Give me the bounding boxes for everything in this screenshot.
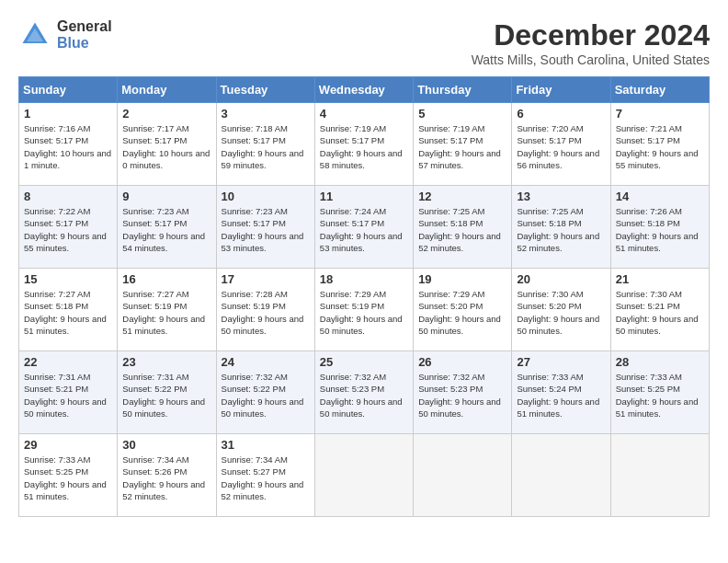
day-cell-10: 10Sunrise: 7:23 AMSunset: 5:17 PMDayligh… bbox=[216, 186, 314, 269]
day-cell-13: 13Sunrise: 7:25 AMSunset: 5:18 PMDayligh… bbox=[512, 186, 610, 269]
day-cell-4: 4Sunrise: 7:19 AMSunset: 5:17 PMDaylight… bbox=[314, 103, 413, 186]
page-header: General Blue December 2024 Watts Mills, … bbox=[18, 18, 710, 67]
day-cell-15: 15Sunrise: 7:27 AMSunset: 5:18 PMDayligh… bbox=[19, 269, 118, 351]
week-row-4: 22Sunrise: 7:31 AMSunset: 5:21 PMDayligh… bbox=[19, 351, 710, 434]
day-cell-28: 28Sunrise: 7:33 AMSunset: 5:25 PMDayligh… bbox=[610, 351, 709, 434]
header-wednesday: Wednesday bbox=[314, 77, 413, 103]
day-cell-30: 30Sunrise: 7:34 AMSunset: 5:26 PMDayligh… bbox=[118, 434, 216, 517]
day-cell-9: 9Sunrise: 7:23 AMSunset: 5:17 PMDaylight… bbox=[118, 186, 216, 269]
day-cell-22: 22Sunrise: 7:31 AMSunset: 5:21 PMDayligh… bbox=[19, 351, 118, 434]
day-cell-24: 24Sunrise: 7:32 AMSunset: 5:22 PMDayligh… bbox=[216, 351, 314, 434]
week-row-2: 8Sunrise: 7:22 AMSunset: 5:17 PMDaylight… bbox=[19, 186, 710, 269]
day-cell-2: 2Sunrise: 7:17 AMSunset: 5:17 PMDaylight… bbox=[118, 103, 216, 186]
calendar-table: SundayMondayTuesdayWednesdayThursdayFrid… bbox=[18, 76, 710, 517]
week-row-1: 1Sunrise: 7:16 AMSunset: 5:17 PMDaylight… bbox=[19, 103, 710, 186]
day-cell-31: 31Sunrise: 7:34 AMSunset: 5:27 PMDayligh… bbox=[216, 434, 314, 517]
day-cell-1: 1Sunrise: 7:16 AMSunset: 5:17 PMDaylight… bbox=[19, 103, 118, 186]
day-cell-6: 6Sunrise: 7:20 AMSunset: 5:17 PMDaylight… bbox=[512, 103, 610, 186]
logo-icon bbox=[18, 18, 51, 52]
day-cell-11: 11Sunrise: 7:24 AMSunset: 5:17 PMDayligh… bbox=[314, 186, 413, 269]
header-saturday: Saturday bbox=[610, 77, 709, 103]
day-cell-29: 29Sunrise: 7:33 AMSunset: 5:25 PMDayligh… bbox=[19, 434, 118, 517]
day-cell-8: 8Sunrise: 7:22 AMSunset: 5:17 PMDaylight… bbox=[19, 186, 118, 269]
logo: General Blue bbox=[18, 18, 112, 52]
calendar-header-row: SundayMondayTuesdayWednesdayThursdayFrid… bbox=[19, 77, 710, 103]
day-cell-25: 25Sunrise: 7:32 AMSunset: 5:23 PMDayligh… bbox=[314, 351, 413, 434]
day-cell-19: 19Sunrise: 7:29 AMSunset: 5:20 PMDayligh… bbox=[414, 269, 512, 351]
month-title: December 2024 bbox=[472, 18, 710, 52]
week-row-5: 29Sunrise: 7:33 AMSunset: 5:25 PMDayligh… bbox=[19, 434, 710, 517]
header-monday: Monday bbox=[118, 77, 216, 103]
day-cell-3: 3Sunrise: 7:18 AMSunset: 5:17 PMDaylight… bbox=[216, 103, 314, 186]
day-cell-5: 5Sunrise: 7:19 AMSunset: 5:17 PMDaylight… bbox=[414, 103, 512, 186]
day-cell-7: 7Sunrise: 7:21 AMSunset: 5:17 PMDaylight… bbox=[610, 103, 709, 186]
day-cell-empty bbox=[414, 434, 512, 517]
day-cell-23: 23Sunrise: 7:31 AMSunset: 5:22 PMDayligh… bbox=[118, 351, 216, 434]
day-cell-21: 21Sunrise: 7:30 AMSunset: 5:21 PMDayligh… bbox=[610, 269, 709, 351]
title-block: December 2024 Watts Mills, South Carolin… bbox=[472, 18, 710, 67]
day-cell-17: 17Sunrise: 7:28 AMSunset: 5:19 PMDayligh… bbox=[216, 269, 314, 351]
day-cell-26: 26Sunrise: 7:32 AMSunset: 5:23 PMDayligh… bbox=[414, 351, 512, 434]
logo-text: General Blue bbox=[57, 18, 112, 52]
day-cell-18: 18Sunrise: 7:29 AMSunset: 5:19 PMDayligh… bbox=[314, 269, 413, 351]
header-tuesday: Tuesday bbox=[216, 77, 314, 103]
day-cell-empty bbox=[314, 434, 413, 517]
header-friday: Friday bbox=[512, 77, 610, 103]
location-subtitle: Watts Mills, South Carolina, United Stat… bbox=[472, 52, 710, 67]
day-cell-16: 16Sunrise: 7:27 AMSunset: 5:19 PMDayligh… bbox=[118, 269, 216, 351]
day-cell-27: 27Sunrise: 7:33 AMSunset: 5:24 PMDayligh… bbox=[512, 351, 610, 434]
header-sunday: Sunday bbox=[19, 77, 118, 103]
day-cell-20: 20Sunrise: 7:30 AMSunset: 5:20 PMDayligh… bbox=[512, 269, 610, 351]
day-cell-12: 12Sunrise: 7:25 AMSunset: 5:18 PMDayligh… bbox=[414, 186, 512, 269]
week-row-3: 15Sunrise: 7:27 AMSunset: 5:18 PMDayligh… bbox=[19, 269, 710, 351]
day-cell-empty bbox=[512, 434, 610, 517]
header-thursday: Thursday bbox=[414, 77, 512, 103]
day-cell-empty bbox=[610, 434, 709, 517]
day-cell-14: 14Sunrise: 7:26 AMSunset: 5:18 PMDayligh… bbox=[610, 186, 709, 269]
